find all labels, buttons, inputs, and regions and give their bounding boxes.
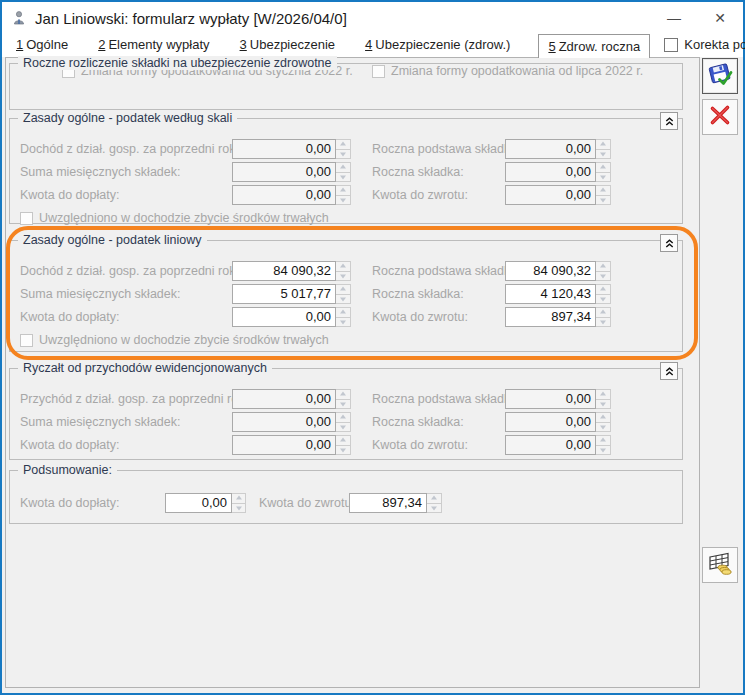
annual-contribution-field[interactable]: 0,00 — [505, 162, 611, 182]
spinner-icon[interactable] — [596, 412, 611, 432]
checkbox-icon[interactable] — [372, 65, 385, 78]
field-row: Suma miesięcznych składek: 0,00 Roczna s… — [20, 162, 682, 182]
group-title: Zasady ogólne - podatek liniowy — [18, 233, 207, 247]
refund-field[interactable]: 0,00 — [505, 185, 611, 205]
tab-bar: 1Ogólne 2Elementy wypłaty 3Ubezpieczenie… — [2, 34, 743, 57]
spinner-icon[interactable] — [336, 261, 351, 281]
tab-ubezpieczenie-zdrow[interactable]: 4Ubezpieczenie (zdrow.) — [363, 37, 512, 57]
spinner-icon[interactable] — [336, 284, 351, 304]
checkbox-fixed-assets[interactable]: Uwzględniono w dochodzie zbycie środków … — [20, 211, 682, 225]
annual-contribution-field[interactable]: 4 120,43 — [505, 284, 611, 304]
field-row: Suma miesięcznych składek: 5 017,77 Rocz… — [20, 284, 682, 304]
spinner-icon[interactable] — [596, 185, 611, 205]
employee-person-icon — [11, 10, 27, 26]
cancel-x-icon — [707, 102, 733, 132]
monthly-sum-field[interactable]: 0,00 — [232, 412, 351, 432]
field-row: Dochód z dział. gosp. za poprzedni rok: … — [20, 261, 682, 281]
income-field[interactable]: 0,00 — [232, 139, 351, 159]
group-title: Ryczałt od przychodów ewidencjonowanych — [18, 361, 272, 375]
tab-ogolne[interactable]: 1Ogólne — [14, 37, 70, 57]
spinner-icon[interactable] — [336, 435, 351, 455]
tab-elementy-wyplaty[interactable]: 2Elementy wypłaty — [96, 37, 211, 57]
surcharge-field[interactable]: 0,00 — [232, 185, 351, 205]
spinner-icon[interactable] — [336, 185, 351, 205]
cancel-button[interactable] — [702, 99, 738, 135]
field-row: Kwota do dopłaty: 0,00 Kwota do zwrotu: … — [20, 185, 682, 205]
save-diskette-check-icon — [707, 61, 734, 92]
refund-field[interactable]: 0,00 — [505, 435, 611, 455]
spinner-icon[interactable] — [336, 139, 351, 159]
window-title: Jan Liniowski: formularz wypłaty [W/2026… — [35, 10, 347, 27]
title-bar: Jan Liniowski: formularz wypłaty [W/2026… — [2, 2, 743, 34]
field-row: Przychód z dział. gosp. za poprzedni rok… — [20, 389, 682, 409]
group-title: Roczne rozliczenie składki na ubezpiecze… — [18, 56, 337, 70]
spinner-icon[interactable] — [336, 389, 351, 409]
main-panel: Roczne rozliczenie składki na ubezpiecze… — [5, 57, 700, 688]
minimize-icon[interactable]: — — [651, 2, 697, 34]
group-lump-sum: Ryczałt od przychodów ewidencjonowanych … — [9, 368, 683, 460]
tab-zdrow-roczna-active[interactable]: 5Zdrow. roczna — [538, 34, 650, 58]
surcharge-field[interactable]: 0,00 — [232, 307, 351, 327]
close-icon[interactable]: ✕ — [697, 2, 743, 34]
correction-checkbox[interactable]: Korekta podatku i ubezp. — [664, 37, 745, 57]
spinner-icon[interactable] — [596, 162, 611, 182]
summary-surcharge-field[interactable]: 0,00 — [165, 493, 246, 513]
field-row: Kwota do dopłaty: 0,00 Kwota do zwrotu: … — [20, 307, 682, 327]
spinner-icon[interactable] — [596, 435, 611, 455]
group-tax-scale: Zasady ogólne - podatek według skali Doc… — [9, 118, 683, 224]
field-row: Kwota do dopłaty: 0,00 Kwota do zwrotu: … — [20, 493, 682, 513]
group-title: Podsumowanie: — [18, 463, 117, 477]
group-summary: Podsumowanie: Kwota do dopłaty: 0,00 Kwo… — [9, 470, 683, 524]
surcharge-field[interactable]: 0,00 — [232, 435, 351, 455]
checkbox-icon[interactable] — [664, 38, 678, 52]
spinner-icon[interactable] — [596, 389, 611, 409]
spinner-icon[interactable] — [596, 139, 611, 159]
field-row: Dochód z dział. gosp. za poprzedni rok: … — [20, 139, 682, 159]
spinner-icon[interactable] — [596, 284, 611, 304]
checkbox-icon[interactable] — [20, 334, 33, 347]
annual-basis-field[interactable]: 0,00 — [505, 389, 611, 409]
spinner-icon[interactable] — [336, 412, 351, 432]
collapse-chevrons-icon[interactable] — [660, 234, 678, 252]
payout-form-window: Jan Liniowski: formularz wypłaty [W/2026… — [0, 0, 745, 695]
refund-field[interactable]: 897,34 — [505, 307, 611, 327]
spinner-icon[interactable] — [596, 261, 611, 281]
field-row: Suma miesięcznych składek: 0,00 Roczna s… — [20, 412, 682, 432]
group-linear-tax: Zasady ogólne - podatek liniowy Dochód z… — [9, 240, 683, 352]
field-row: Kwota do dopłaty: 0,00 Kwota do zwrotu: … — [20, 435, 682, 455]
revenue-field[interactable]: 0,00 — [232, 389, 351, 409]
payroll-grid-button[interactable] — [702, 547, 738, 583]
monthly-sum-field[interactable]: 5 017,77 — [232, 284, 351, 304]
save-button[interactable] — [702, 58, 738, 94]
group-annual-settlement: Roczne rozliczenie składki na ubezpiecze… — [9, 63, 683, 110]
spinner-icon[interactable] — [336, 307, 351, 327]
income-field[interactable]: 84 090,32 — [232, 261, 351, 281]
tab-ubezpieczenie[interactable]: 3Ubezpieczenie — [238, 37, 338, 57]
checkbox-change-july[interactable]: Zmiana formy opodatkowania od lipca 2022… — [372, 64, 643, 78]
payroll-grid-coins-icon — [706, 549, 734, 581]
spinner-icon[interactable] — [336, 162, 351, 182]
checkbox-fixed-assets[interactable]: Uwzględniono w dochodzie zbycie środków … — [20, 333, 682, 347]
summary-refund-field[interactable]: 897,34 — [349, 493, 442, 513]
annual-basis-field[interactable]: 0,00 — [505, 139, 611, 159]
checkbox-icon[interactable] — [20, 212, 33, 225]
annual-basis-field[interactable]: 84 090,32 — [505, 261, 611, 281]
correction-checkbox-label: Korekta podatku i ubezp. — [684, 37, 745, 52]
spinner-icon[interactable] — [427, 493, 442, 513]
collapse-chevrons-icon[interactable] — [660, 362, 678, 380]
annual-contribution-field[interactable]: 0,00 — [505, 412, 611, 432]
monthly-sum-field[interactable]: 0,00 — [232, 162, 351, 182]
spinner-icon[interactable] — [596, 307, 611, 327]
collapse-chevrons-icon[interactable] — [660, 112, 678, 130]
group-title: Zasady ogólne - podatek według skali — [18, 111, 237, 125]
spinner-icon[interactable] — [232, 493, 246, 513]
